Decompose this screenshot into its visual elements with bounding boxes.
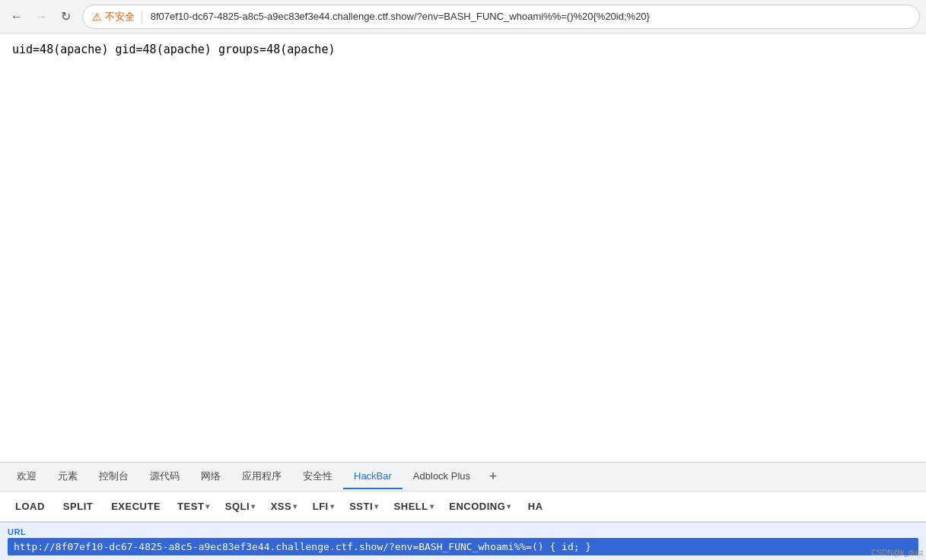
encoding-arrow: ▾ xyxy=(507,502,511,511)
tab-network[interactable]: 网络 xyxy=(190,463,231,491)
url-input[interactable] xyxy=(8,538,918,555)
address-url: 8f07ef10-dc67-4825-a8c5-a9ec83ef3e44.cha… xyxy=(151,11,910,22)
ssti-label: SSTI xyxy=(349,501,373,512)
tab-sources[interactable]: 源代码 xyxy=(139,463,190,491)
test-arrow: ▾ xyxy=(205,502,210,511)
devtools-tabs: 欢迎 元素 控制台 源代码 网络 应用程序 安全性 HackBar Adbloc… xyxy=(0,463,926,492)
test-dropdown[interactable]: TEST ▾ xyxy=(170,496,218,517)
execute-button[interactable]: EXECUTE xyxy=(102,496,170,517)
page-output: uid=48(apache) gid=48(apache) groups=48(… xyxy=(12,43,914,56)
encoding-label: ENCODING xyxy=(449,501,505,512)
tab-application[interactable]: 应用程序 xyxy=(231,463,292,491)
nav-buttons: ← → ↻ xyxy=(6,6,76,27)
ssti-arrow: ▾ xyxy=(374,502,379,511)
ssti-dropdown[interactable]: SSTI ▾ xyxy=(342,496,386,517)
lfi-arrow: ▾ xyxy=(330,502,335,511)
url-area: URL xyxy=(0,522,926,560)
back-button[interactable]: ← xyxy=(6,6,27,27)
shell-dropdown[interactable]: SHELL ▾ xyxy=(387,496,442,517)
shell-label: SHELL xyxy=(394,501,428,512)
hackbar-toolbar: LOAD SPLIT EXECUTE TEST ▾ SQLI ▾ XSS ▾ L… xyxy=(0,492,926,522)
tab-welcome[interactable]: 欢迎 xyxy=(6,463,47,491)
page-content: uid=48(apache) gid=48(apache) groups=48(… xyxy=(0,33,926,462)
tab-security[interactable]: 安全性 xyxy=(292,463,343,491)
test-label: TEST xyxy=(177,501,204,512)
forward-button[interactable]: → xyxy=(30,6,52,27)
refresh-button[interactable]: ↻ xyxy=(55,6,76,27)
encoding-dropdown[interactable]: ENCODING ▾ xyxy=(441,496,519,517)
devtools-panel: 欢迎 元素 控制台 源代码 网络 应用程序 安全性 HackBar Adbloc… xyxy=(0,462,926,560)
lfi-dropdown[interactable]: LFI ▾ xyxy=(305,496,342,517)
tab-elements[interactable]: 元素 xyxy=(47,463,88,491)
url-label: URL xyxy=(8,527,918,536)
tab-adblock[interactable]: Adblock Plus xyxy=(403,464,481,489)
address-bar[interactable]: ⚠ 不安全 │ 8f07ef10-dc67-4825-a8c5-a9ec83ef… xyxy=(82,5,920,29)
add-tab-button[interactable]: + xyxy=(481,465,505,489)
lfi-label: LFI xyxy=(313,501,329,512)
ha-button[interactable]: HA xyxy=(519,496,552,517)
xss-label: XSS xyxy=(271,501,292,512)
security-warning: ⚠ 不安全 xyxy=(92,10,135,24)
xss-arrow: ▾ xyxy=(293,502,298,511)
address-separator: │ xyxy=(139,11,146,23)
sqli-dropdown[interactable]: SQLI ▾ xyxy=(218,496,263,517)
load-button[interactable]: LOAD xyxy=(6,496,54,517)
sqli-label: SQLI xyxy=(225,501,250,512)
warning-icon: ⚠ xyxy=(92,11,102,23)
security-text: 不安全 xyxy=(105,10,135,24)
xss-dropdown[interactable]: XSS ▾ xyxy=(263,496,305,517)
shell-arrow: ▾ xyxy=(430,502,434,511)
browser-chrome: ← → ↻ ⚠ 不安全 │ 8f07ef10-dc67-4825-a8c5-a9… xyxy=(0,0,926,33)
tab-hackbar[interactable]: HackBar xyxy=(343,464,403,489)
split-button[interactable]: SPLIT xyxy=(54,496,102,517)
tab-console[interactable]: 控制台 xyxy=(88,463,139,491)
sqli-arrow: ▾ xyxy=(251,502,256,511)
